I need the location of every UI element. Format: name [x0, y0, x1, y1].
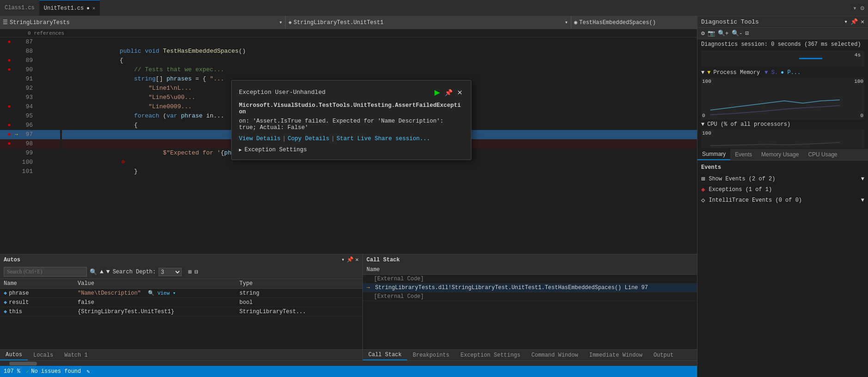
- exception-message: 'Assert.IsTrue failed. Expected for 'Nam…: [239, 118, 444, 131]
- chart-y-min-right: 0: [860, 113, 863, 118]
- autos-close-icon[interactable]: ✕: [355, 256, 359, 263]
- tab-locals[interactable]: Locals: [28, 350, 59, 360]
- status-format-icon[interactable]: ✎: [86, 368, 90, 375]
- chart-y-min: 0: [702, 113, 705, 118]
- autos-dropdown-icon[interactable]: ▾: [342, 256, 345, 263]
- intellitrace-icon: ◇: [701, 196, 705, 204]
- exception-settings-row[interactable]: ▶ Exception Settings: [239, 147, 464, 153]
- tab-close-button[interactable]: ✕: [92, 5, 96, 11]
- diag-tab-cpu[interactable]: CPU Usage: [803, 149, 842, 160]
- table-row[interactable]: ◆result false bool: [0, 298, 362, 307]
- cpu-y-max: 100: [702, 130, 711, 136]
- diag-tab-events[interactable]: Events: [730, 149, 757, 160]
- collapse-icon[interactable]: ⊟: [195, 268, 198, 276]
- tab-dropdown-icon[interactable]: ▾: [852, 3, 857, 13]
- event-show-events[interactable]: ⊞ Show Events (2 of 2) ▼: [701, 173, 864, 184]
- show-events-icon: ⊞: [701, 175, 705, 183]
- exception-pin-button[interactable]: 📌: [444, 88, 453, 97]
- exception-play-button[interactable]: ▶: [434, 87, 441, 98]
- event-exceptions[interactable]: ◆ Exceptions (1 of 1): [701, 184, 864, 195]
- process-memory-icon: ▼: [707, 69, 710, 76]
- diag-settings-icon[interactable]: ⚙: [701, 30, 705, 37]
- up-arrow-icon[interactable]: ▲: [100, 268, 104, 275]
- search-icon[interactable]: 🔍: [90, 268, 97, 276]
- expand-events-icon[interactable]: ▼: [861, 176, 864, 182]
- line-num-99: 99: [19, 148, 36, 158]
- format-icon: ✎: [86, 368, 90, 375]
- cpu-chart: 100: [701, 130, 864, 148]
- diag-tabs: Summary Events Memory Usage CPU Usage: [697, 149, 868, 161]
- expand-icon[interactable]: ⊞: [188, 268, 192, 276]
- row-name-result: ◆result: [0, 298, 74, 307]
- view-details-link[interactable]: View Details: [239, 136, 281, 142]
- legend-s: ▼ S.: [764, 69, 778, 76]
- tab-output[interactable]: Output: [648, 350, 679, 360]
- diag-tab-summary[interactable]: Summary: [697, 149, 730, 160]
- col-type: Type: [236, 279, 362, 289]
- line-num-98: 98: [19, 139, 36, 148]
- class-selector[interactable]: ◈ StringLibraryTest.UnitTest1 ▾: [286, 16, 571, 29]
- zoom-value: 107 %: [4, 368, 20, 375]
- current-arrow-icon: →: [367, 284, 370, 291]
- status-zoom[interactable]: 107 %: [4, 368, 20, 375]
- diag-zoom-out-icon[interactable]: 🔍-: [732, 30, 743, 37]
- tab-unittest1[interactable]: UnitTest1.cs ● ✕: [39, 0, 100, 16]
- class-name: StringLibraryTest.UnitTest1: [293, 19, 383, 26]
- table-row[interactable]: ◆phrase "Name\tDescription" 🔍 View ▾ str…: [0, 289, 362, 298]
- status-check-icon: ✓ No issues found: [26, 368, 81, 375]
- timeline-bar: [799, 58, 822, 59]
- diag-camera-icon[interactable]: 📷: [708, 30, 715, 37]
- project-name: StringLibraryTests: [10, 19, 70, 26]
- diag-title: Diagnostic Tools: [701, 19, 759, 25]
- diag-zoom-in-icon[interactable]: 🔍+: [718, 30, 729, 37]
- diag-dropdown-icon[interactable]: ▾: [844, 18, 848, 25]
- expand-intellitrace-icon[interactable]: ▼: [861, 197, 864, 204]
- diag-fit-icon[interactable]: ⊡: [745, 30, 749, 37]
- diag-pin-icon[interactable]: 📌: [850, 18, 858, 25]
- cpu-arrow: ▼: [701, 121, 704, 128]
- autos-pin-icon[interactable]: 📌: [347, 256, 354, 263]
- references-text: 0 references: [28, 31, 64, 36]
- tab-settings-icon[interactable]: ⚙: [860, 3, 865, 13]
- line-num-100: 100: [19, 158, 36, 167]
- tab-autos[interactable]: Autos: [0, 350, 28, 360]
- event-intellitrace[interactable]: ◇ IntelliTrace Events (0 of 0) ▼: [701, 195, 864, 205]
- row-value-this: {StringLibraryTest.UnitTest1}: [74, 307, 236, 316]
- table-row[interactable]: ◆this {StringLibraryTest.UnitTest1} Stri…: [0, 307, 362, 316]
- line-num-97: 97: [19, 130, 36, 139]
- exception-settings-label: Exception Settings: [245, 147, 307, 153]
- exception-popup: Exception User-Unhandled ▶ 📌 ✕ Microsoft…: [231, 80, 471, 160]
- exception-close-button[interactable]: ✕: [456, 88, 464, 97]
- tab-class1[interactable]: Class1.cs: [0, 0, 39, 16]
- view-button[interactable]: 🔍 View ▾: [148, 290, 176, 296]
- chart-y-max: 100: [702, 79, 711, 84]
- diag-tab-memory[interactable]: Memory Usage: [757, 149, 803, 160]
- callstack-title: Call Stack: [367, 257, 400, 263]
- autos-search-input[interactable]: [4, 267, 87, 277]
- exception-on-label: on:: [239, 118, 250, 124]
- row-type-this: StringLibraryTest...: [236, 307, 362, 316]
- tab-command-window[interactable]: Command Window: [526, 350, 584, 360]
- down-arrow-icon[interactable]: ▼: [106, 268, 110, 275]
- chart-y-max-right: 100: [854, 79, 863, 84]
- depth-select[interactable]: 3: [159, 268, 182, 276]
- tab-immediate-window[interactable]: Immediate Window: [584, 350, 648, 360]
- tab-watch1[interactable]: Watch 1: [59, 350, 93, 360]
- diag-close-icon[interactable]: ✕: [861, 18, 864, 25]
- tab-breakpoints[interactable]: Breakpoints: [407, 350, 455, 360]
- copy-details-link[interactable]: Copy Details: [288, 136, 330, 142]
- timeline[interactable]: 4s: [701, 50, 864, 67]
- line-num-101: 101: [19, 167, 36, 176]
- tab-exception-settings[interactable]: Exception Settings: [455, 350, 526, 360]
- tab-bar: Class1.cs UnitTest1.cs ● ✕ ▾ ⚙: [0, 0, 868, 16]
- check-icon: ✓: [26, 368, 29, 375]
- cpu-label: CPU (% of all processors): [707, 121, 790, 128]
- line-num-93: 93: [19, 93, 36, 102]
- diag-header: Diagnostic Tools ▾ 📌 ✕: [697, 16, 868, 28]
- project-selector[interactable]: ☰ StringLibraryTests ▾: [0, 16, 286, 29]
- tab-callstack[interactable]: Call Stack: [363, 350, 407, 360]
- live-share-link[interactable]: Start Live Share session...: [336, 136, 430, 142]
- autos-title: Autos: [4, 257, 20, 263]
- exception-links: View Details | Copy Details | Start Live…: [239, 136, 464, 142]
- main-layout: ☰ StringLibraryTests ▾ ◈ StringLibraryTe…: [0, 16, 868, 377]
